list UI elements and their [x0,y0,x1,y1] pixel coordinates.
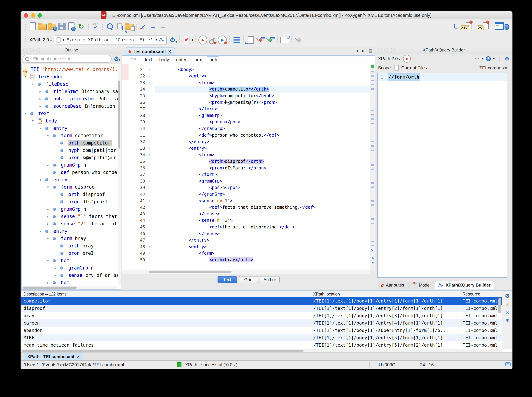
next-match-icon[interactable]: ▼ [371,261,374,265]
breadcrumb-item-orth[interactable]: orth [209,57,217,62]
outline-node-fileDesc[interactable]: ▼fileDesc [22,81,121,88]
result-row-abandon[interactable]: abandon/TEI[1]/text[1]/body[1]/superEntr… [21,327,502,334]
builder-settings-button[interactable]: ⚙ [504,55,510,62]
notifications-icon[interactable] [505,362,511,366]
outline-node-sense[interactable]: ▶sense "2" the act of [22,220,121,228]
scroll-tabs-left-button[interactable]: ◂ [356,48,358,53]
code-line-46[interactable]: 46 </sense> [122,230,370,237]
view-button-text[interactable]: Text [218,276,237,283]
code-line-20[interactable]: 20▿ <text> [122,64,370,66]
find-replace-button[interactable] [105,21,115,31]
collapse-icon[interactable]: ▼ [47,183,49,191]
toolbar-grip[interactable] [243,36,245,44]
results-description-header[interactable]: Description – 122 items [24,291,67,297]
code-line-26[interactable]: 26 <pron>k@m"petit@(r)</pron> [122,99,370,106]
results-settings-button[interactable]: ⚙ [505,293,510,299]
outline-node-entry[interactable]: ▼entry [22,176,121,183]
outline-node-sense[interactable]: ▶sense cry of an as [22,272,121,279]
match-marker[interactable] [371,118,374,120]
outline-node-entry[interactable]: ▼entry [22,125,121,132]
fold-toggle-icon[interactable]: ▿ [146,66,153,73]
execute-xpath-button[interactable]: ▶ [403,55,411,62]
results-horizontal-scrollbar[interactable] [21,349,502,352]
code-line-44[interactable]: 44▿ <sense n="2"> [122,217,370,224]
debug-scenario-button[interactable]: ▶ [217,35,227,45]
view-button-author[interactable]: Author [260,276,280,283]
outline-vertical-scrollbar[interactable] [118,64,121,285]
close-window-button[interactable] [24,13,28,18]
overview-ruler[interactable]: × ▲ ▼ [370,64,375,270]
find-in-files-button[interactable] [115,21,124,31]
open-button[interactable] [38,21,47,31]
outline-header[interactable]: Outline [21,47,122,54]
xpath-expression-combo[interactable]: ▾ Execute XPath on 'Current File' ▾ //★ [54,36,167,44]
minimize-window-button[interactable] [31,13,35,18]
code-line-39[interactable]: 39 <pos>n</pos> [122,184,370,191]
toolbar-grip[interactable] [87,23,89,30]
expand-icon[interactable]: ▶ [55,272,56,279]
match-marker[interactable] [371,241,374,242]
code-line-30[interactable]: 30 </gramGrp> [122,125,370,132]
collapse-icon[interactable]: ▼ [47,257,49,264]
previous-match-icon[interactable]: ▲ [371,256,374,259]
result-row-MTBF[interactable]: MTBF/TEI[1]/text[1]/body[1]/entry[5]/for… [21,334,502,341]
fold-toggle-icon[interactable]: ▿ [146,198,153,204]
close-tab-icon[interactable]: × [77,354,80,359]
match-marker[interactable] [371,114,374,116]
code-line-21[interactable]: 21▿ <body> [122,66,370,73]
code-line-23[interactable]: 23▿ <form> [122,80,370,86]
code-line-40[interactable]: 40 </gramGrp> [122,191,370,198]
code-line-49[interactable]: 49▿ <form> [122,250,370,257]
toolbar-grip[interactable] [25,23,26,30]
clear-highlights-icon[interactable]: × [371,248,374,253]
reload-button[interactable]: ↻ [76,21,86,31]
code-line-24[interactable]: 24 <orth>competitor</orth> [122,86,370,93]
breadcrumb-item-body[interactable]: body [159,57,169,62]
result-row-competitor[interactable]: competitor/TEI[1]/text[1]/body[1]/entry[… [21,297,502,305]
back-button[interactable]: ← [148,21,158,31]
code-line-35[interactable]: 35 <orth>disproof</orth> [122,158,370,165]
result-row-careen[interactable]: careen/TEI[1]/text[1]/body[1]/entry[4]/f… [21,319,502,327]
match-marker[interactable] [371,84,374,85]
collapse-icon[interactable]: ▼ [39,228,41,235]
outline-node-form[interactable]: ▼form competitor [22,132,121,139]
code-line-29[interactable]: 29 <pos>n</pos> [122,119,370,125]
code-line-45[interactable]: 45 <def>the act of disproving.</def> [122,224,370,230]
code-line-22[interactable]: 22▿ <entry> [122,73,370,80]
toolbar-grip[interactable] [135,23,137,30]
outline-node-pron[interactable]: pron dIs"pru:f [22,198,121,205]
database-perspective-button[interactable] [495,22,509,30]
breadcrumb-item-text[interactable]: text [145,57,152,62]
toolbar-grip[interactable] [291,36,293,44]
save-to-url-button[interactable] [67,21,76,31]
code-line-38[interactable]: 38▿ <gramGrp> [122,178,370,185]
breadcrumb-item-TEI[interactable]: TEI [131,57,138,62]
outline-node-hom[interactable]: ▼hom [22,257,121,264]
fold-toggle-icon[interactable]: ▿ [146,112,153,119]
clear-results-button[interactable]: × [506,310,509,315]
builder-version-dropdown[interactable]: XPath 2.0 ▾ [378,56,400,61]
create-pin-green-button[interactable] [266,35,275,45]
xpath-favorites-icon[interactable]: //★ [159,37,165,43]
outline-node-TEI[interactable]: TEI "http://www.tei-c.org/ns/1. [22,66,121,73]
outline-node-form[interactable]: ▼form disproof [22,183,121,191]
toolbar-grip[interactable] [179,36,181,44]
scope-dropdown[interactable]: Current File ▾ [401,65,428,70]
outline-node-pron[interactable]: pron k@m"petit@(r [22,154,121,161]
disabled-pin-button[interactable] [294,35,304,45]
create-pin-red-button[interactable] [256,35,266,45]
match-marker[interactable] [371,182,374,184]
fold-toggle-icon[interactable]: ▿ [146,178,153,185]
result-row-mean-time-between-failures[interactable]: mean time between failures/TEI[1]/text[1… [21,341,502,349]
match-marker[interactable] [371,141,374,142]
code-line-47[interactable]: 47 </entry> [122,237,370,243]
outline-node-text[interactable]: ▼text [22,110,121,117]
view-button-grid[interactable]: Grid [239,276,258,283]
collapse-icon[interactable]: ▼ [24,110,26,117]
fold-toggle-icon[interactable]: ▿ [146,64,153,66]
results-xpath-header[interactable]: XPath location [313,291,340,297]
expand-icon[interactable]: ▶ [47,220,49,228]
fold-toggle-icon[interactable]: ▿ [146,145,153,152]
collapse-icon[interactable]: ▼ [39,176,41,183]
outline-node-entry[interactable]: ▼entry [22,228,121,235]
